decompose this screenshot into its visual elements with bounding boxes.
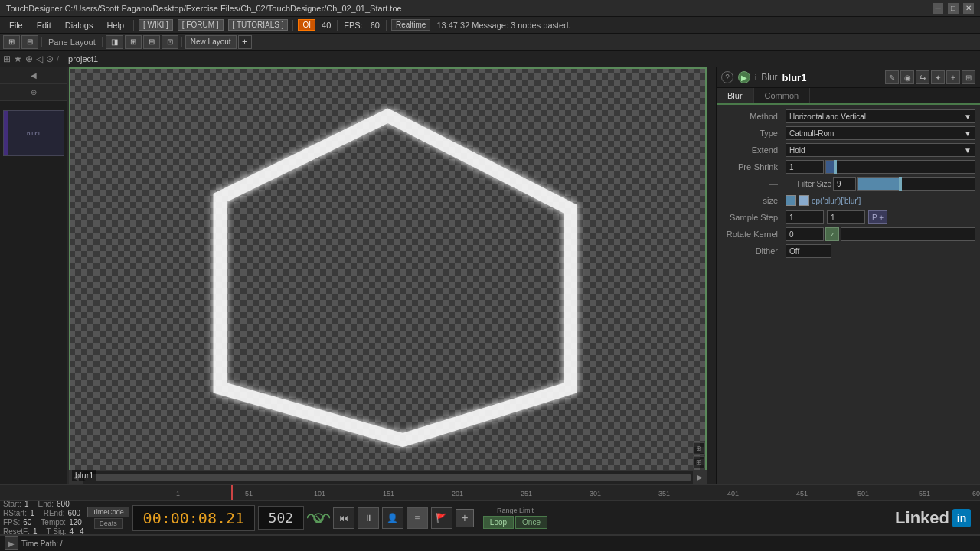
pane-layout-label: Pane Layout xyxy=(48,37,96,47)
param-dither-value: Off xyxy=(789,247,799,256)
toolbar-icon6[interactable]: ⊡ xyxy=(162,35,178,49)
menu-dialogs[interactable]: Dialogs xyxy=(59,19,100,31)
param-method-row: Method Horizontal and Vertical ▼ xyxy=(717,108,980,125)
param-samplestep-p-btn[interactable]: P + xyxy=(868,210,887,224)
param-type-dropdown[interactable]: Catmull-Rom ▼ xyxy=(786,126,975,140)
toolbar-icon5[interactable]: ⊟ xyxy=(143,35,160,49)
param-rotkernel-toggle[interactable]: ✓ xyxy=(825,227,839,241)
breadcrumb-icon2[interactable]: ★ xyxy=(14,54,22,64)
dropdown-chevron2: ▼ xyxy=(964,129,972,138)
timeline-ruler: 1 51 101 151 201 251 301 351 401 451 501… xyxy=(0,485,980,501)
param-rotkernel-control: 0 ✓ xyxy=(786,227,975,241)
vlt-zoom-btn[interactable]: ⊕ xyxy=(0,84,67,101)
wiki-badge[interactable]: [ WIKI ] xyxy=(139,19,173,31)
panel-info-icon[interactable]: i xyxy=(755,73,756,82)
scrollbar-right-arrow[interactable]: ▶ xyxy=(693,471,707,484)
menu-file[interactable]: File xyxy=(3,19,29,31)
scrollbar-vertical[interactable] xyxy=(707,67,716,470)
breadcrumb-icon3[interactable]: ⊕ xyxy=(25,54,33,64)
panel-expand-icon[interactable]: ⊞ xyxy=(962,70,975,84)
viewer-ctrl-fit[interactable]: ⊞ xyxy=(693,456,705,468)
panel-add-icon[interactable]: + xyxy=(946,70,960,84)
maximize-button[interactable]: □ xyxy=(948,3,959,14)
viewer-icon[interactable]: ▶ xyxy=(738,71,750,83)
loop-btn[interactable]: Loop xyxy=(483,516,514,529)
oi-num: 40 xyxy=(322,21,331,30)
param-preshrink-slider[interactable]: 1 xyxy=(786,160,824,174)
right-panel: ? ▶ i Blur blur1 ✎ ◉ ⇆ ✦ + ⊞ Blur Common xyxy=(716,67,980,484)
vlt-arrow-btn[interactable]: ◀ xyxy=(0,67,67,84)
close-button[interactable]: ✕ xyxy=(963,3,974,14)
param-samplestep-control: 1 1 P + xyxy=(786,210,975,224)
main-area: ◀ ⊕ blur1 xyxy=(0,67,980,484)
playhead[interactable] xyxy=(231,485,233,500)
ruler-tick-451: 451 xyxy=(796,490,808,497)
panel-star-icon[interactable]: ✦ xyxy=(931,70,945,84)
oi-badge[interactable]: OI xyxy=(298,19,315,31)
panel-body: Method Horizontal and Vertical ▼ Type Ca… xyxy=(717,105,980,484)
fps-value: 60 xyxy=(371,21,380,30)
transport-prev-btn[interactable]: ⏮ xyxy=(333,507,354,529)
param-type-value: Catmull-Rom xyxy=(789,129,834,138)
toolbar-icon2[interactable]: ⊟ xyxy=(21,35,38,49)
transport-flag-btn[interactable]: 🚩 xyxy=(431,507,452,529)
toolbar-icon1[interactable]: ⊞ xyxy=(3,35,20,49)
breadcrumb-icon1[interactable]: ⊞ xyxy=(3,54,11,64)
timeline-play-btn[interactable]: ▶ xyxy=(5,536,18,550)
realtime-badge[interactable]: Realtime xyxy=(391,19,430,31)
param-filtersize-value-box[interactable]: 9 xyxy=(833,177,856,191)
panel-view-icon[interactable]: ◉ xyxy=(900,70,914,84)
scrollbar-horizontal[interactable]: ◀ ▶ xyxy=(69,470,707,484)
tempo-label: Tempo: xyxy=(41,518,66,527)
menu-edit[interactable]: Edit xyxy=(31,19,57,31)
forum-badge[interactable]: [ FORUM ] xyxy=(178,19,224,31)
tutorials-badge[interactable]: [ TUTORIALS ] xyxy=(228,19,289,31)
once-btn[interactable]: Once xyxy=(515,516,547,529)
rend-value: 600 xyxy=(67,509,80,517)
param-dither-row: Dither Off xyxy=(717,243,980,259)
transport-play-btn[interactable]: ⏸ xyxy=(358,507,379,529)
timecode-mode-btn[interactable]: TimeCode xyxy=(87,507,129,517)
breadcrumb-icon4[interactable]: ◁ xyxy=(36,54,43,64)
param-size-row: size op('blur')['blur'] xyxy=(717,192,980,209)
fps-value2: 60 xyxy=(23,518,31,527)
panel-connect-icon[interactable]: ⇆ xyxy=(916,70,929,84)
param-rotkernel-slider2[interactable] xyxy=(841,227,975,241)
beats-mode-btn[interactable]: Beats xyxy=(94,518,122,529)
timecode-display[interactable]: 00:00:08.21 xyxy=(132,505,255,531)
help-icon[interactable]: ? xyxy=(721,71,733,83)
panel-edit-icon[interactable]: ✎ xyxy=(885,70,899,84)
param-samplestep-val1[interactable]: 1 xyxy=(786,210,824,224)
param-size-swatch1 xyxy=(786,195,796,206)
param-filtersize-row: — Filter Size 9 xyxy=(717,175,980,192)
ruler-tick-501: 501 xyxy=(858,490,869,497)
breadcrumb-icon5[interactable]: ⊙ xyxy=(46,54,54,64)
transport-menu-btn[interactable]: ≡ xyxy=(407,507,428,529)
minimize-button[interactable]: ─ xyxy=(933,3,943,14)
transport-person-btn[interactable]: 👤 xyxy=(382,507,403,529)
new-layout-btn[interactable]: New Layout xyxy=(185,35,237,49)
toolbar-icon4[interactable]: ⊞ xyxy=(125,35,142,49)
add-op-btn[interactable]: + xyxy=(456,509,474,527)
toolbar-icon3[interactable]: ◨ xyxy=(106,35,123,49)
param-samplestep-val2[interactable]: 1 xyxy=(827,210,865,224)
beat-display[interactable]: 502 xyxy=(258,506,304,530)
scrollbar-thumb[interactable] xyxy=(84,474,691,481)
viewer-ctrl-zoom[interactable]: ⊕ xyxy=(693,442,705,455)
param-rotkernel-val[interactable]: 0 xyxy=(786,227,824,241)
param-preshrink-value: 1 xyxy=(789,163,794,171)
scrollbar-corner xyxy=(707,470,716,484)
param-filtersize-slider[interactable] xyxy=(858,177,975,191)
param-method-dropdown[interactable]: Horizontal and Vertical ▼ xyxy=(786,109,975,123)
menu-help[interactable]: Help xyxy=(100,19,130,31)
param-dither-dropdown[interactable]: Off xyxy=(786,244,831,258)
tab-common[interactable]: Common xyxy=(754,88,811,103)
status-message: 13:47:32 Message: 3 nodes pasted. xyxy=(436,21,570,30)
breadcrumb-project[interactable]: project1 xyxy=(62,53,104,65)
param-extend-dropdown[interactable]: Hold ▼ xyxy=(786,143,975,157)
add-layout-btn[interactable]: + xyxy=(238,35,252,49)
fps-label: FPS: xyxy=(344,21,362,30)
dropdown-chevron3: ▼ xyxy=(964,146,972,155)
tab-blur[interactable]: Blur xyxy=(717,88,754,103)
param-preshrink-slider2[interactable] xyxy=(825,160,975,174)
